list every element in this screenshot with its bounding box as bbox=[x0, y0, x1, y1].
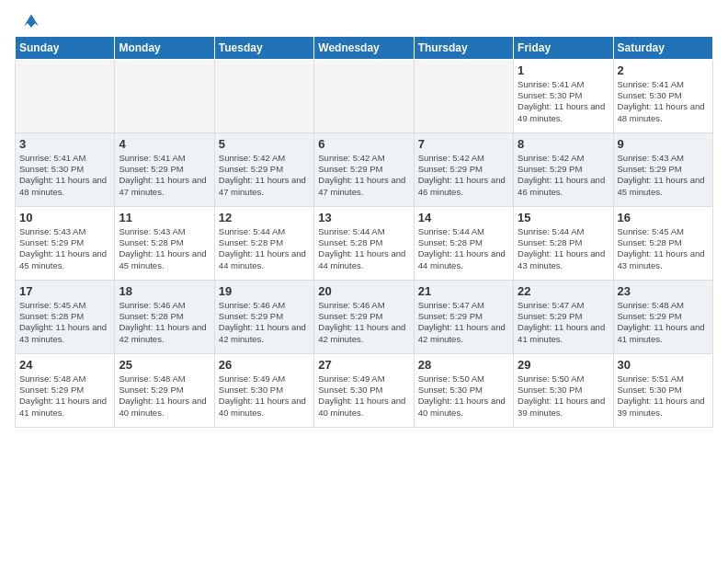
day-number: 15 bbox=[518, 211, 609, 224]
day-info: Sunrise: 5:47 AM Sunset: 5:29 PM Dayligh… bbox=[518, 300, 609, 345]
calendar-cell: 24Sunrise: 5:48 AM Sunset: 5:29 PM Dayli… bbox=[16, 353, 115, 427]
day-number: 28 bbox=[418, 358, 509, 372]
calendar-cell: 28Sunrise: 5:50 AM Sunset: 5:30 PM Dayli… bbox=[414, 353, 513, 427]
day-number: 25 bbox=[119, 358, 210, 372]
day-number: 12 bbox=[219, 211, 310, 224]
calendar-cell: 5Sunrise: 5:42 AM Sunset: 5:29 PM Daylig… bbox=[214, 132, 313, 206]
day-number: 16 bbox=[618, 211, 709, 224]
day-number: 3 bbox=[19, 137, 110, 151]
calendar-cell: 15Sunrise: 5:44 AM Sunset: 5:28 PM Dayli… bbox=[514, 206, 613, 280]
day-info: Sunrise: 5:45 AM Sunset: 5:28 PM Dayligh… bbox=[618, 226, 709, 271]
week-row-3: 10Sunrise: 5:43 AM Sunset: 5:29 PM Dayli… bbox=[16, 206, 713, 280]
week-row-5: 24Sunrise: 5:48 AM Sunset: 5:29 PM Dayli… bbox=[16, 353, 713, 427]
week-row-1: 1Sunrise: 5:41 AM Sunset: 5:30 PM Daylig… bbox=[16, 59, 713, 132]
day-info: Sunrise: 5:42 AM Sunset: 5:29 PM Dayligh… bbox=[518, 153, 609, 198]
day-info: Sunrise: 5:46 AM Sunset: 5:29 PM Dayligh… bbox=[219, 300, 310, 345]
day-number: 4 bbox=[119, 137, 210, 151]
day-number: 23 bbox=[618, 284, 709, 298]
calendar-cell bbox=[414, 59, 513, 132]
day-number: 10 bbox=[19, 211, 110, 224]
svg-marker-0 bbox=[24, 15, 39, 28]
day-number: 21 bbox=[418, 284, 509, 298]
day-info: Sunrise: 5:48 AM Sunset: 5:29 PM Dayligh… bbox=[119, 373, 210, 419]
day-number: 30 bbox=[618, 358, 709, 372]
day-info: Sunrise: 5:45 AM Sunset: 5:28 PM Dayligh… bbox=[19, 300, 110, 345]
day-number: 14 bbox=[418, 211, 509, 224]
day-number: 5 bbox=[219, 137, 310, 151]
day-number: 18 bbox=[119, 284, 210, 298]
day-number: 8 bbox=[518, 137, 609, 151]
calendar-cell bbox=[214, 59, 313, 132]
day-info: Sunrise: 5:48 AM Sunset: 5:29 PM Dayligh… bbox=[19, 373, 110, 419]
day-info: Sunrise: 5:44 AM Sunset: 5:28 PM Dayligh… bbox=[418, 226, 509, 271]
calendar-cell bbox=[314, 59, 414, 132]
calendar: SundayMondayTuesdayWednesdayThursdayFrid… bbox=[9, 36, 719, 428]
day-number: 17 bbox=[19, 284, 110, 298]
logo-bird-icon bbox=[20, 11, 42, 29]
day-info: Sunrise: 5:44 AM Sunset: 5:28 PM Dayligh… bbox=[518, 226, 609, 271]
calendar-cell: 1Sunrise: 5:41 AM Sunset: 5:30 PM Daylig… bbox=[514, 59, 613, 132]
day-info: Sunrise: 5:43 AM Sunset: 5:29 PM Dayligh… bbox=[618, 153, 709, 198]
day-number: 1 bbox=[518, 63, 609, 77]
day-info: Sunrise: 5:44 AM Sunset: 5:28 PM Dayligh… bbox=[318, 226, 409, 271]
calendar-header-row: SundayMondayTuesdayWednesdayThursdayFrid… bbox=[16, 36, 713, 59]
calendar-cell: 12Sunrise: 5:44 AM Sunset: 5:28 PM Dayli… bbox=[214, 206, 313, 280]
calendar-cell: 8Sunrise: 5:42 AM Sunset: 5:29 PM Daylig… bbox=[514, 132, 613, 206]
calendar-cell: 20Sunrise: 5:46 AM Sunset: 5:29 PM Dayli… bbox=[314, 280, 414, 353]
calendar-cell: 7Sunrise: 5:42 AM Sunset: 5:29 PM Daylig… bbox=[414, 132, 513, 206]
day-number: 6 bbox=[318, 137, 409, 151]
column-header-thursday: Thursday bbox=[414, 36, 513, 59]
day-info: Sunrise: 5:42 AM Sunset: 5:29 PM Dayligh… bbox=[219, 153, 310, 198]
day-number: 11 bbox=[119, 211, 210, 224]
week-row-4: 17Sunrise: 5:45 AM Sunset: 5:28 PM Dayli… bbox=[16, 280, 713, 353]
calendar-cell: 27Sunrise: 5:49 AM Sunset: 5:30 PM Dayli… bbox=[314, 353, 414, 427]
day-info: Sunrise: 5:51 AM Sunset: 5:30 PM Dayligh… bbox=[618, 373, 709, 419]
header bbox=[9, 9, 719, 32]
calendar-cell: 18Sunrise: 5:46 AM Sunset: 5:28 PM Dayli… bbox=[115, 280, 214, 353]
day-number: 19 bbox=[219, 284, 310, 298]
column-header-tuesday: Tuesday bbox=[214, 36, 313, 59]
calendar-cell: 30Sunrise: 5:51 AM Sunset: 5:30 PM Dayli… bbox=[613, 353, 712, 427]
day-number: 27 bbox=[318, 358, 409, 372]
day-info: Sunrise: 5:41 AM Sunset: 5:30 PM Dayligh… bbox=[618, 79, 709, 124]
calendar-cell: 2Sunrise: 5:41 AM Sunset: 5:30 PM Daylig… bbox=[613, 59, 712, 132]
calendar-cell: 29Sunrise: 5:50 AM Sunset: 5:30 PM Dayli… bbox=[514, 353, 613, 427]
column-header-sunday: Sunday bbox=[16, 36, 115, 59]
day-number: 29 bbox=[518, 358, 609, 372]
calendar-cell: 21Sunrise: 5:47 AM Sunset: 5:29 PM Dayli… bbox=[414, 280, 513, 353]
day-info: Sunrise: 5:41 AM Sunset: 5:30 PM Dayligh… bbox=[19, 153, 110, 198]
day-number: 2 bbox=[618, 63, 709, 77]
day-number: 13 bbox=[318, 211, 409, 224]
day-info: Sunrise: 5:46 AM Sunset: 5:29 PM Dayligh… bbox=[318, 300, 409, 345]
day-number: 9 bbox=[618, 137, 709, 151]
calendar-cell: 17Sunrise: 5:45 AM Sunset: 5:28 PM Dayli… bbox=[16, 280, 115, 353]
calendar-cell: 26Sunrise: 5:49 AM Sunset: 5:30 PM Dayli… bbox=[214, 353, 313, 427]
column-header-wednesday: Wednesday bbox=[314, 36, 414, 59]
calendar-cell: 19Sunrise: 5:46 AM Sunset: 5:29 PM Dayli… bbox=[214, 280, 313, 353]
column-header-monday: Monday bbox=[115, 36, 214, 59]
day-info: Sunrise: 5:48 AM Sunset: 5:29 PM Dayligh… bbox=[618, 300, 709, 345]
day-info: Sunrise: 5:41 AM Sunset: 5:29 PM Dayligh… bbox=[119, 153, 210, 198]
column-header-friday: Friday bbox=[514, 36, 613, 59]
calendar-cell bbox=[16, 59, 115, 132]
calendar-cell: 10Sunrise: 5:43 AM Sunset: 5:29 PM Dayli… bbox=[16, 206, 115, 280]
calendar-cell bbox=[115, 59, 214, 132]
logo bbox=[18, 15, 42, 32]
calendar-cell: 4Sunrise: 5:41 AM Sunset: 5:29 PM Daylig… bbox=[115, 132, 214, 206]
calendar-table: SundayMondayTuesdayWednesdayThursdayFrid… bbox=[15, 36, 713, 428]
day-info: Sunrise: 5:47 AM Sunset: 5:29 PM Dayligh… bbox=[418, 300, 509, 345]
day-info: Sunrise: 5:44 AM Sunset: 5:28 PM Dayligh… bbox=[219, 226, 310, 271]
day-info: Sunrise: 5:43 AM Sunset: 5:28 PM Dayligh… bbox=[119, 226, 210, 271]
day-info: Sunrise: 5:46 AM Sunset: 5:28 PM Dayligh… bbox=[119, 300, 210, 345]
calendar-cell: 6Sunrise: 5:42 AM Sunset: 5:29 PM Daylig… bbox=[314, 132, 414, 206]
calendar-cell: 9Sunrise: 5:43 AM Sunset: 5:29 PM Daylig… bbox=[613, 132, 712, 206]
calendar-cell: 14Sunrise: 5:44 AM Sunset: 5:28 PM Dayli… bbox=[414, 206, 513, 280]
day-info: Sunrise: 5:42 AM Sunset: 5:29 PM Dayligh… bbox=[318, 153, 409, 198]
day-info: Sunrise: 5:50 AM Sunset: 5:30 PM Dayligh… bbox=[518, 373, 609, 419]
day-number: 26 bbox=[219, 358, 310, 372]
day-number: 20 bbox=[318, 284, 409, 298]
calendar-cell: 13Sunrise: 5:44 AM Sunset: 5:28 PM Dayli… bbox=[314, 206, 414, 280]
calendar-cell: 16Sunrise: 5:45 AM Sunset: 5:28 PM Dayli… bbox=[613, 206, 712, 280]
day-number: 7 bbox=[418, 137, 509, 151]
day-number: 22 bbox=[518, 284, 609, 298]
